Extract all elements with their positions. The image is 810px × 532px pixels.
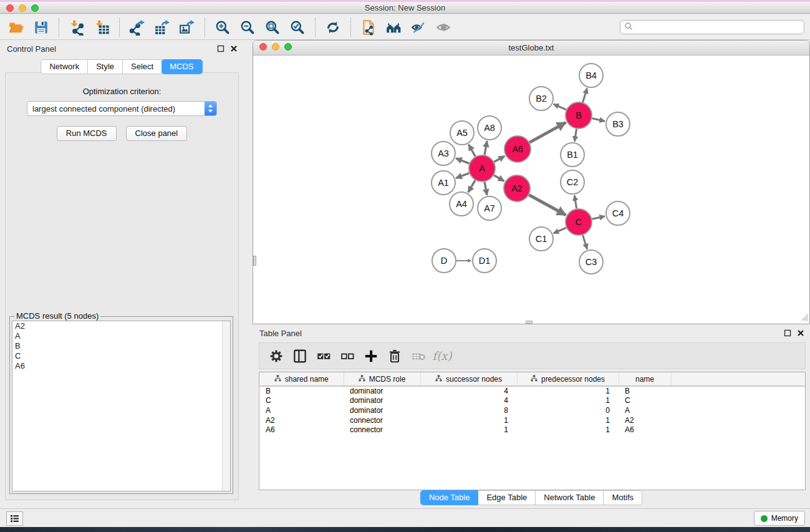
column-header-name[interactable]: name: [619, 372, 671, 386]
add-row-icon[interactable]: [360, 346, 382, 367]
tab-edge-table[interactable]: Edge Table: [478, 490, 536, 505]
close-panel-icon[interactable]: [229, 44, 238, 52]
search-input[interactable]: [635, 22, 804, 32]
tab-mcds[interactable]: MCDS: [162, 59, 202, 74]
tab-motifs[interactable]: Motifs: [604, 490, 642, 505]
edge-A-A7[interactable]: [485, 182, 487, 195]
cell-predecessor-nodes[interactable]: 1: [517, 386, 619, 396]
import-table-icon[interactable]: [89, 17, 114, 38]
cell-shared-name[interactable]: A2: [259, 415, 344, 425]
column-icon[interactable]: [289, 346, 311, 367]
search-box[interactable]: [620, 20, 804, 34]
edge-A-A1[interactable]: [456, 173, 469, 178]
network-graph[interactable]: B4B2BB3B1A5A8A6A3AA1A2C2A4A7C4CC1DD1C3: [253, 56, 809, 324]
cell-name[interactable]: A2: [619, 415, 671, 425]
cell-name[interactable]: C: [619, 396, 671, 406]
zoom-out-icon[interactable]: [235, 17, 260, 38]
function-builder-icon[interactable]: f(x): [432, 346, 453, 367]
edge-A-A5[interactable]: [469, 145, 476, 157]
table-row[interactable]: A2connector11A2: [259, 415, 805, 425]
edge-A6-B[interactable]: [529, 122, 566, 142]
edge-A-A4[interactable]: [468, 180, 475, 192]
cell-MCDS-role[interactable]: connector: [344, 415, 420, 425]
column-header-predecessor-nodes[interactable]: predecessor nodes: [517, 372, 619, 386]
cell-name[interactable]: A6: [619, 425, 671, 435]
zoom-fit-icon[interactable]: [260, 17, 285, 38]
table-row[interactable]: Cdominator41C: [259, 396, 805, 406]
refresh-layout-icon[interactable]: [321, 17, 345, 38]
export-table-icon[interactable]: [150, 17, 175, 38]
cell-MCDS-role[interactable]: dominator: [344, 386, 420, 396]
close-table-panel-icon[interactable]: [796, 329, 804, 337]
cell-name[interactable]: A: [619, 405, 671, 415]
column-header-MCDS-role[interactable]: MCDS role: [344, 372, 420, 386]
network-from-selection-icon[interactable]: [356, 17, 381, 38]
settings-icon[interactable]: [266, 346, 287, 367]
cybrowser-icon[interactable]: [381, 17, 406, 38]
cell-shared-name[interactable]: A6: [259, 425, 344, 435]
hide-graphics-details-icon[interactable]: [406, 17, 431, 38]
window-resize-grip[interactable]: [800, 312, 809, 323]
edge-C-C3[interactable]: [583, 235, 587, 249]
edge-A-A6[interactable]: [494, 156, 504, 162]
select-stepper-icon[interactable]: [205, 102, 216, 115]
float-table-panel-icon[interactable]: [783, 329, 791, 337]
cell-predecessor-nodes[interactable]: 1: [517, 425, 619, 435]
network-window-titlebar[interactable]: testGlobe.txt: [253, 41, 809, 56]
task-history-button[interactable]: [6, 511, 23, 526]
result-item[interactable]: A6: [12, 361, 230, 371]
cell-predecessor-nodes[interactable]: 1: [517, 396, 619, 406]
cell-MCDS-role[interactable]: dominator: [344, 405, 420, 415]
export-network-icon[interactable]: [125, 17, 150, 38]
table-row[interactable]: Adominator80A: [259, 405, 805, 415]
cell-predecessor-nodes[interactable]: 0: [517, 405, 619, 415]
network-canvas[interactable]: B4B2BB3B1A5A8A6A3AA1A2C2A4A7C4CC1DD1C3: [253, 56, 809, 324]
delete-row-icon[interactable]: [384, 346, 405, 367]
edge-B-B4[interactable]: [583, 89, 587, 102]
cell-successor-nodes[interactable]: 8: [420, 405, 517, 415]
result-item[interactable]: C: [12, 351, 230, 361]
cell-MCDS-role[interactable]: connector: [344, 425, 420, 435]
table-row[interactable]: A6connector11A6: [259, 425, 805, 435]
import-network-icon[interactable]: [64, 17, 89, 38]
column-header-successor-nodes[interactable]: successor nodes: [420, 372, 517, 386]
canvas-left-handle[interactable]: [253, 256, 256, 266]
edge-A2-C[interactable]: [529, 195, 566, 215]
mcds-result-list[interactable]: A2ABCA6: [12, 321, 231, 491]
tab-select[interactable]: Select: [123, 59, 162, 74]
edge-A-A2[interactable]: [494, 175, 504, 181]
result-scrollbar[interactable]: [222, 321, 230, 491]
canvas-bottom-handle[interactable]: [526, 321, 533, 324]
export-image-icon[interactable]: [175, 17, 200, 38]
memory-button[interactable]: Memory: [754, 511, 805, 526]
zoom-selected-icon[interactable]: [285, 17, 310, 38]
table-row[interactable]: Bdominator41B: [259, 386, 805, 396]
tab-network[interactable]: Network: [41, 59, 88, 74]
float-panel-icon[interactable]: [216, 44, 224, 52]
result-item[interactable]: B: [12, 341, 230, 351]
cell-predecessor-nodes[interactable]: 1: [517, 415, 619, 425]
cell-successor-nodes[interactable]: 1: [420, 425, 517, 435]
tab-network-table[interactable]: Network Table: [536, 490, 604, 505]
edge-C-C4[interactable]: [592, 216, 605, 220]
delete-table-icon[interactable]: [408, 346, 429, 367]
edge-C-C1[interactable]: [554, 228, 566, 233]
zoom-in-icon[interactable]: [210, 17, 235, 38]
cell-shared-name[interactable]: C: [259, 396, 344, 406]
edge-A-A8[interactable]: [485, 141, 487, 155]
cell-successor-nodes[interactable]: 4: [420, 396, 517, 406]
cell-shared-name[interactable]: A: [259, 405, 344, 415]
save-session-icon[interactable]: [29, 17, 54, 38]
select-all-icon[interactable]: [313, 346, 334, 367]
optimization-criterion-select[interactable]: largest connected component (directed): [27, 101, 217, 116]
result-item[interactable]: A2: [12, 321, 230, 331]
open-file-icon[interactable]: [4, 17, 29, 38]
cell-successor-nodes[interactable]: 1: [420, 415, 517, 425]
cell-successor-nodes[interactable]: 4: [420, 386, 517, 396]
result-item[interactable]: A: [12, 331, 230, 341]
edge-B-B2[interactable]: [554, 104, 566, 110]
node-table[interactable]: shared nameMCDS rolesuccessor nodesprede…: [259, 372, 806, 490]
deselect-all-icon[interactable]: [337, 346, 358, 367]
edge-B-B1[interactable]: [574, 129, 576, 142]
edge-B-B3[interactable]: [592, 118, 605, 122]
